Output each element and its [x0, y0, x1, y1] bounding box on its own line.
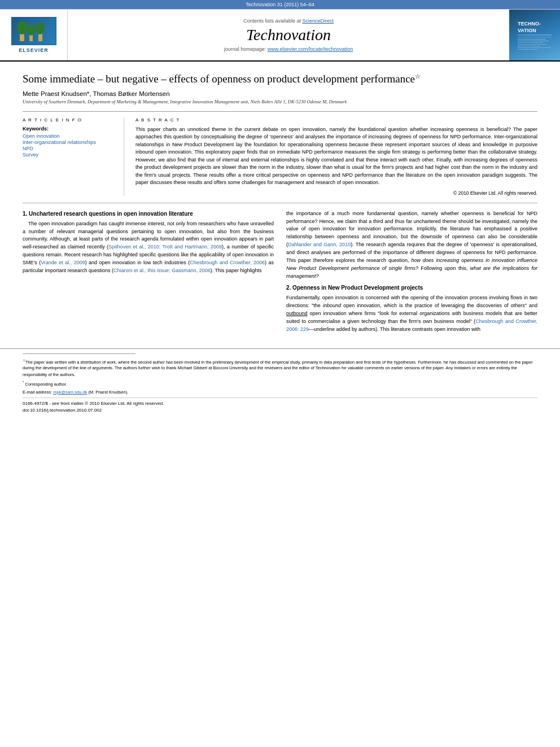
body-right-col: the importance of a much more fundamenta…: [286, 210, 537, 337]
abstract-column: A B S T R A C T This paper charts an unn…: [135, 117, 537, 196]
article-info-label: A R T I C L E I N F O: [23, 117, 116, 123]
doi-line: 0166-4972/$ - see front matter © 2010 El…: [23, 397, 537, 414]
article-title: Some immediate – but negative – effects …: [23, 72, 537, 87]
svg-rect-16: [518, 49, 537, 50]
section1-para2: the importance of a much more fundamenta…: [286, 210, 537, 281]
svg-point-5: [36, 22, 45, 34]
keyword-survey[interactable]: Survey: [23, 152, 116, 158]
svg-text:VATION: VATION: [518, 28, 536, 33]
svg-rect-15: [518, 47, 550, 48]
article-body: Some immediate – but negative – effects …: [0, 62, 560, 343]
main-body-two-col: 1. Unchartered research questions in ope…: [23, 210, 537, 337]
journal-homepage-link[interactable]: www.elsevier.com/locate/technovation: [268, 46, 353, 52]
ref-chesbrough2006[interactable]: Chesbrough and Crowther, 2006: 229: [286, 318, 537, 332]
issn-text: 0166-4972/$ - see front matter © 2010 El…: [23, 401, 164, 406]
section2-heading: 2. Openness in New Product Development p…: [286, 284, 537, 291]
svg-rect-12: [518, 42, 543, 43]
email-label: E-mail address:: [23, 390, 53, 395]
journal-volume-text: Technovation 31 (2011) 54–64: [246, 2, 314, 7]
svg-rect-10: [518, 39, 546, 40]
section1-heading: 1. Unchartered research questions in ope…: [23, 210, 274, 217]
journal-volume-bar: Technovation 31 (2011) 54–64: [0, 0, 560, 9]
footnote-corresponding: * Corresponding author.: [23, 379, 537, 387]
keywords-label: Keywords:: [23, 126, 116, 132]
keyword-open-innovation[interactable]: Open innovation: [23, 133, 116, 139]
elsevier-logo: ELSEVIER: [11, 17, 56, 53]
footnote-star-text: ☆The paper was written with a distributi…: [23, 357, 537, 378]
affiliation-line: University of Southern Denmark, Departme…: [23, 99, 537, 104]
keyword-npd[interactable]: NPD: [23, 146, 116, 151]
body-left-col: 1. Unchartered research questions in ope…: [23, 210, 274, 337]
elsevier-text: ELSEVIER: [11, 47, 56, 53]
sciencedirect-link[interactable]: ScienceDirect: [303, 18, 334, 24]
svg-rect-9: [518, 37, 552, 38]
section2-para1: Fundamentally, open innovation is concer…: [286, 294, 537, 334]
abstract-text: This paper charts an unnoticed theme in …: [135, 126, 537, 187]
elsevier-logo-image: [11, 17, 56, 45]
ref-chiaroni[interactable]: Chiaroni et al., this issue; Gassmann, 2…: [113, 268, 211, 273]
journal-name-title: Technovation: [246, 26, 331, 44]
svg-rect-11: [518, 41, 549, 41]
cover-image-icon: TECHNO- VATION: [515, 15, 554, 55]
footnote-corresponding-sup: *: [23, 380, 24, 384]
contents-available-line: Contents lists available at ScienceDirec…: [243, 18, 334, 24]
journal-homepage-line: journal homepage: www.elsevier.com/locat…: [224, 46, 353, 52]
article-info-column: A R T I C L E I N F O Keywords: Open inn…: [23, 117, 124, 196]
keyword-inter-org[interactable]: Inter-organizational relationships: [23, 139, 116, 145]
inbound-italic: inbound: [323, 303, 341, 308]
section1-para1: The open innovation paradigm has caught …: [23, 220, 274, 276]
svg-text:TECHNO-: TECHNO-: [518, 21, 541, 27]
svg-rect-13: [518, 44, 547, 45]
footnote-email: E-mail address: mpk@sam.sdu.dk (M. Praes…: [23, 389, 537, 395]
elsevier-tree-icon: [17, 20, 51, 42]
elsevier-logo-area: ELSEVIER: [0, 10, 68, 60]
outbound-underline: outbound: [286, 311, 308, 316]
title-star: ☆: [415, 73, 421, 80]
footnote-divider: [23, 353, 135, 354]
journal-cover-thumb: TECHNO- VATION: [509, 10, 560, 60]
journal-header: ELSEVIER Contents lists available at Sci…: [0, 9, 560, 62]
svg-rect-14: [518, 46, 540, 46]
section-divider: [23, 203, 537, 203]
doi-text: doi:10.1016/j.technovation.2010.07.002: [23, 408, 102, 413]
abstract-label: A B S T R A C T: [135, 117, 537, 123]
article-info-abstract-section: A R T I C L E I N F O Keywords: Open inn…: [23, 111, 537, 196]
authors-line: Mette Praest Knudsen*, Thomas Bøtker Mor…: [23, 90, 537, 97]
svg-point-3: [27, 24, 35, 36]
email-link[interactable]: mpk@sam.sdu.dk: [53, 390, 87, 395]
cover-thumbnail: TECHNO- VATION: [509, 10, 560, 60]
svg-point-1: [17, 21, 27, 34]
journal-title-area: Contents lists available at ScienceDirec…: [68, 10, 509, 60]
ref-chesbrough-crowther[interactable]: Chesbrough and Crowther, 2006: [190, 260, 265, 265]
footnote-star-sup: ☆: [23, 358, 25, 362]
ref-vrande[interactable]: Vrande et al., 2009: [41, 260, 85, 265]
footnotes-section: ☆The paper was written with a distributi…: [0, 348, 560, 414]
ref-dahlander[interactable]: Dahlander and Gann, 2010: [288, 242, 351, 247]
copyright-line: © 2010 Elsevier Ltd. All rights reserved…: [135, 190, 537, 196]
ref-spithoven[interactable]: Spithoven et al., 2010; Trott and Hartma…: [108, 244, 222, 250]
